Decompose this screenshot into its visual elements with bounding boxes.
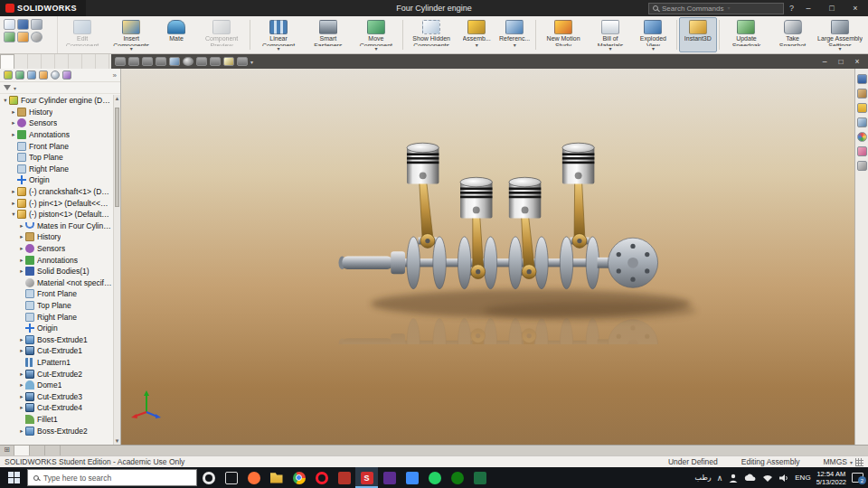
ribbon-button-update-speedpak[interactable]: Update Speedpak ▾ bbox=[722, 17, 771, 52]
tree-item[interactable]: ▾ (-) piston<1> (Default<<D bbox=[0, 209, 113, 221]
tree-item[interactable]: ▸ History bbox=[0, 107, 113, 118]
taskbar-app-chrome[interactable] bbox=[288, 467, 310, 488]
zoom-fit-icon[interactable] bbox=[115, 57, 126, 66]
taskbar-app-task-view[interactable] bbox=[220, 467, 242, 488]
filter-caret-icon[interactable]: ▾ bbox=[14, 85, 16, 91]
tree-item[interactable]: Right Plane bbox=[0, 164, 113, 175]
view-orientation-icon[interactable] bbox=[169, 57, 180, 66]
expand-arrow-icon[interactable]: ▸ bbox=[10, 188, 17, 195]
tab-evaluate[interactable] bbox=[55, 54, 69, 69]
display-style-icon[interactable] bbox=[183, 57, 193, 66]
ribbon-button-move-component[interactable]: Move Component ▾ bbox=[352, 17, 401, 52]
tree-item[interactable]: ▸ Annotations bbox=[0, 254, 113, 266]
undo-icon[interactable] bbox=[4, 32, 15, 42]
expand-arrow-icon[interactable]: ▸ bbox=[18, 245, 25, 252]
section-view-icon[interactable] bbox=[156, 57, 166, 66]
taskbar-app-cortana[interactable] bbox=[197, 467, 220, 488]
maximize-button[interactable]: □ bbox=[823, 4, 841, 13]
tree-item[interactable]: ▸ Dome1 bbox=[0, 380, 113, 391]
taskbar-app-media-player[interactable] bbox=[333, 467, 355, 488]
expand-arrow-icon[interactable]: ▸ bbox=[10, 200, 17, 207]
tree-item[interactable]: ▸ (-) pin<1> (Default<<Defa bbox=[0, 197, 113, 209]
dimxpertmanager-tab-icon[interactable] bbox=[39, 70, 48, 80]
graphics-viewport[interactable] bbox=[121, 69, 854, 445]
tab-mbd[interactable] bbox=[82, 54, 96, 69]
volume-icon[interactable] bbox=[778, 474, 789, 483]
people-icon[interactable] bbox=[728, 473, 739, 483]
tree-item[interactable]: ▸ Boss-Extrude1 bbox=[0, 333, 113, 345]
ribbon-button-smart-fasteners[interactable]: Smart Fasteners ▾ bbox=[305, 17, 352, 52]
viewport-splitter-icon[interactable]: ⊞ bbox=[0, 446, 14, 455]
tab-assembly[interactable] bbox=[0, 54, 14, 69]
expand-arrow-icon[interactable]: ▸ bbox=[10, 108, 17, 116]
tab-solidworks-cam[interactable] bbox=[96, 54, 109, 69]
taskbar-search-input[interactable]: Type here to search bbox=[27, 469, 197, 486]
view-settings-icon[interactable] bbox=[237, 57, 248, 66]
ribbon-button-large-assembly-settings[interactable]: Large Assembly Settings ▾ bbox=[814, 17, 866, 52]
tree-item[interactable]: Fillet1 bbox=[0, 414, 113, 426]
ribbon-button-edit-component[interactable]: Edit Component ▾ bbox=[60, 17, 105, 52]
scroll-down-icon[interactable]: ▼ bbox=[114, 438, 120, 444]
ribbon-button-instant3d[interactable]: Instant3D ▾ bbox=[679, 17, 717, 52]
tab-sketch[interactable] bbox=[28, 54, 42, 69]
doc-close-button[interactable]: × bbox=[850, 57, 864, 66]
tree-item[interactable]: ▸ (-) cranckshaft<1> (Defaul bbox=[0, 186, 113, 198]
tree-item[interactable]: Front Plane bbox=[0, 140, 113, 152]
tree-item[interactable]: ▸ Cut-Extrude3 bbox=[0, 390, 113, 402]
ribbon-button-exploded-view[interactable]: Exploded View ▾ bbox=[632, 17, 675, 52]
ribbon-button-linear-component-pattern[interactable]: Linear Component Pattern ▾ bbox=[252, 17, 305, 52]
start-button[interactable] bbox=[0, 467, 27, 488]
tree-item[interactable]: Top Plane bbox=[0, 152, 113, 164]
ribbon-button-component-preview-window[interactable]: Component Preview Window ▾ bbox=[195, 17, 248, 52]
configurationmanager-tab-icon[interactable] bbox=[27, 70, 36, 80]
edit-appearance-icon[interactable] bbox=[210, 57, 221, 66]
units-caret-icon[interactable]: ▾ bbox=[850, 459, 853, 465]
tree-item[interactable]: ▸ Cut-Extrude1 bbox=[0, 345, 113, 357]
taskbar-app-opera[interactable] bbox=[310, 467, 333, 488]
network-wifi-icon[interactable] bbox=[762, 474, 773, 483]
expand-arrow-icon[interactable]: ▸ bbox=[18, 393, 25, 400]
taskbar-clock[interactable]: 12:54 AM 5/13/2022 bbox=[816, 470, 846, 486]
taskbar-app-xbox[interactable] bbox=[446, 467, 468, 488]
expand-arrow-icon[interactable]: ▸ bbox=[18, 404, 25, 411]
design-library-icon[interactable] bbox=[857, 89, 867, 99]
taskbar-app-solidworks[interactable]: S bbox=[355, 467, 378, 488]
tree-item[interactable]: ▸ Mates in Four Cylinder eng bbox=[0, 221, 113, 232]
tree-item[interactable]: Origin bbox=[0, 323, 113, 334]
weather-label[interactable]: رطب bbox=[695, 474, 712, 482]
zoom-to-area-icon[interactable] bbox=[128, 57, 139, 66]
propertymanager-tab-icon[interactable] bbox=[15, 70, 24, 80]
ribbon-button-insert-components[interactable]: Insert Components ▾ bbox=[105, 17, 157, 52]
hidden-icons-chevron-icon[interactable]: ∧ bbox=[717, 474, 723, 483]
command-search-input[interactable]: Search Commands ▾ bbox=[648, 3, 784, 14]
featuremanager-tab-icon[interactable] bbox=[4, 70, 13, 80]
notification-center-icon[interactable]: 2 bbox=[852, 473, 863, 483]
onedrive-cloud-icon[interactable] bbox=[744, 474, 757, 483]
minimize-button[interactable]: – bbox=[799, 4, 817, 13]
status-grid-icon[interactable] bbox=[855, 458, 863, 466]
ribbon-button-new-motion-study[interactable]: New Motion Study ▾ bbox=[538, 17, 589, 52]
language-indicator[interactable]: ENG bbox=[795, 474, 810, 482]
expand-arrow-icon[interactable]: ▸ bbox=[18, 381, 25, 389]
filter-funnel-icon[interactable] bbox=[4, 85, 11, 90]
save-icon[interactable] bbox=[17, 19, 29, 30]
tree-item[interactable]: ▸ Cut-Extrude4 bbox=[0, 402, 113, 414]
help-icon[interactable]: ? bbox=[789, 4, 794, 13]
tree-toolbar-overflow-icon[interactable]: » bbox=[113, 71, 117, 80]
print-icon[interactable] bbox=[31, 19, 42, 30]
tree-item[interactable]: Right Plane bbox=[0, 311, 113, 323]
tree-item[interactable]: ▸ Sensors bbox=[0, 243, 113, 255]
doc-minimize-button[interactable]: – bbox=[817, 57, 832, 66]
close-button[interactable]: × bbox=[846, 4, 864, 13]
hide-show-items-icon[interactable] bbox=[196, 57, 207, 66]
tab-solidworks-add-ins[interactable] bbox=[69, 54, 82, 69]
expand-arrow-icon[interactable]: ▾ bbox=[10, 211, 17, 218]
tree-item[interactable]: ▸ Sensors bbox=[0, 117, 113, 129]
file-explorer-icon[interactable] bbox=[857, 103, 867, 113]
tree-item[interactable]: ▾ Four Cylinder engine (Default bbox=[0, 95, 113, 107]
options-icon[interactable] bbox=[31, 32, 42, 42]
appearances-icon[interactable] bbox=[857, 132, 867, 142]
tree-item[interactable]: Material <not specified> bbox=[0, 277, 113, 289]
tree-item[interactable]: Origin bbox=[0, 174, 113, 186]
apply-scene-icon[interactable] bbox=[223, 57, 234, 66]
